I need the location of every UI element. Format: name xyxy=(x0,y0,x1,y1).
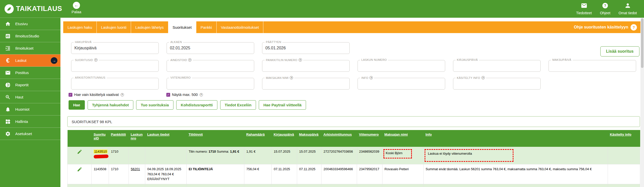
col-maksajan-nimi[interactable]: Maksajan nimi xyxy=(382,130,424,147)
cell-suoritusid: 1143484 xyxy=(92,184,109,187)
search-button[interactable]: Hae xyxy=(69,100,85,110)
field-arkistointitunnus[interactable]: ARKISTOINTITUNNUS xyxy=(71,78,159,90)
tab-laskujen-haku[interactable]: Laskujen haku xyxy=(63,21,97,33)
checkbox-row: Hae vain käsittelyä vaativat Näytä max. … xyxy=(69,93,640,97)
main-content: Laskujen haku Laskujen luonti Laskujen l… xyxy=(60,18,640,187)
field-label: ARKISTOINTITUNNUS xyxy=(74,76,107,79)
col-kasitelty-info[interactable]: Käsitelty info xyxy=(608,130,640,147)
field-label: SUORITUSID xyxy=(74,58,99,62)
vertical-scrollbar[interactable] xyxy=(640,18,644,187)
col-viitenumero[interactable]: Viitenumero xyxy=(357,130,382,147)
sidebar-item-raportit[interactable]: Raportit xyxy=(0,79,60,91)
cell-laskun-nro: 56160 xyxy=(129,184,145,187)
sidebar-item-hallinta[interactable]: Hallinta xyxy=(0,116,60,128)
svg-text:?: ? xyxy=(604,4,606,8)
col-laskun-nro[interactable]: Laskun nro xyxy=(129,130,145,147)
field-label: MAKSUPÄIVÄ xyxy=(551,58,573,61)
sidebar-item-label: IlmoitusStudio xyxy=(15,34,39,38)
sidebar-item-ilmoitukset[interactable]: Ilmoitukset xyxy=(0,42,60,54)
col-tilioinnit[interactable]: Tiliöinnit xyxy=(187,130,244,147)
back-label: Palaa xyxy=(67,10,86,14)
tab-laskujen-luonti[interactable]: Laskujen luonti xyxy=(97,21,131,33)
sidebar-item-haut[interactable]: Haut xyxy=(0,91,60,103)
export-excel-button[interactable]: Tiedot Exceliin xyxy=(220,100,256,110)
search-paytrail-button[interactable]: Hae Paytrail viitteellä xyxy=(259,100,306,110)
sidebar-item-postitus[interactable]: Postitus xyxy=(0,67,60,79)
cell-arkistointitunnus: 2004633349596466 xyxy=(321,164,357,184)
tab-suoritukset[interactable]: Suoritukset xyxy=(168,21,196,33)
back-button[interactable]: Palaa xyxy=(67,2,86,14)
invoice-link[interactable]: 56201 xyxy=(131,167,140,171)
sidebar-item-asetukset[interactable]: Asetukset xyxy=(0,128,60,140)
col-pankkitili[interactable]: Pankkitili xyxy=(109,130,129,147)
cell-kasitelty-info xyxy=(608,164,640,184)
widgets-icon xyxy=(5,119,11,124)
edit-icon[interactable] xyxy=(77,169,82,173)
cell-rahamaara: 1,91 € xyxy=(244,147,272,164)
header-action-ohjeet[interactable]: ? Ohjeet xyxy=(600,2,610,15)
col-info[interactable]: Info xyxy=(424,130,608,147)
tab-pankki[interactable]: Pankki xyxy=(196,21,217,33)
question-icon: ? xyxy=(602,2,608,10)
header-action-tiedotteet[interactable]: Tiedotteet xyxy=(576,2,592,15)
field-hakupaiva[interactable]: HAKUPÄIVÄ Kirjauspäivä xyxy=(71,42,159,54)
sidebar-item-label: Asetukset xyxy=(15,132,32,136)
col-arkistointitunnus[interactable]: Arkistointitunnus xyxy=(321,130,357,147)
col-rahamaara[interactable]: Rahamäärä xyxy=(244,130,272,147)
field-maksupaiva[interactable]: MAKSUPÄIVÄ xyxy=(549,60,636,72)
cell-pankkitili: 1710 xyxy=(109,147,129,164)
scrollbar-thumb[interactable] xyxy=(641,18,643,68)
news-icon xyxy=(5,33,11,39)
field-alkaen[interactable]: ALKAEN 02.01.2025 xyxy=(167,42,254,54)
cell-edit xyxy=(68,184,92,187)
field-paattyen[interactable]: PÄÄTTYEN 05.01.2026 xyxy=(262,42,350,54)
field-laskun-numero[interactable]: LASKUN NUMERO xyxy=(358,60,445,72)
app-logo: TAIKATILAUS xyxy=(5,4,62,13)
edit-icon[interactable] xyxy=(77,151,82,155)
field-kirjauspaiva[interactable]: KIRJAUSPÄIVÄ xyxy=(453,60,541,72)
field-viitenumero[interactable]: VIITENUMERO xyxy=(167,78,254,90)
allocation-report-button[interactable]: Kohdistusraportti xyxy=(176,100,217,110)
euro-icon xyxy=(5,57,11,64)
help-question-icon xyxy=(631,24,637,31)
sidebar-item-ilmoitusstudio[interactable]: IlmoitusStudio xyxy=(0,30,60,42)
col-kirjauspaiva[interactable]: Kirjauspäivä xyxy=(272,130,297,147)
sidebar-item-label: Etusivu xyxy=(15,22,28,26)
clear-filters-button[interactable]: Tyhjennä hakuehdot xyxy=(88,100,134,110)
field-suoritusid[interactable]: SUORITUSID xyxy=(71,60,159,72)
import-payments-button[interactable]: Tuo suorituksia xyxy=(136,100,173,110)
header-action-omat-tiedot[interactable]: Omat tiedot xyxy=(619,2,637,15)
cell-maksajan-nimi: Kyrönlahti Janina xyxy=(382,184,424,187)
cell-kirjauspaiva: 07.11.2025 xyxy=(272,164,297,184)
field-maksajan-nimi[interactable]: MAKSAJAN NIMI xyxy=(262,78,350,90)
field-info[interactable]: INFO xyxy=(358,78,445,90)
help-link-label: Ohje suoritusten käsittelyyn xyxy=(574,25,628,30)
checkbox-hae-vain-kasittelya-vaativat[interactable]: Hae vain käsittelyä vaativat xyxy=(69,93,166,97)
tab-laskujen-lahetys[interactable]: Laskujen lähetys xyxy=(131,21,168,33)
col-suoritusid[interactable]: SuoritusID xyxy=(92,130,109,147)
field-kasitelty-info[interactable]: KÄSITELTY INFO xyxy=(453,78,541,90)
sidebar-item-huomiot[interactable]: Huomiot xyxy=(0,103,60,116)
field-pankkitilin-numero[interactable]: PANKKITILIN NUMERO xyxy=(262,60,350,72)
add-payment-button[interactable]: Lisää suoritus xyxy=(600,46,639,56)
field-aineistoid[interactable]: AINEISTOID xyxy=(167,60,254,72)
results-count-panel: SUORITUKSET 98 KPL xyxy=(67,116,640,127)
checkbox-nayta-max-500[interactable]: Näytä max. 500 xyxy=(166,93,203,97)
tab-vastaanottoilmoitukset[interactable]: Vastaanottoilmoitukset xyxy=(217,21,264,33)
cell-info: Summat eivät täsmää. Laskun 56201 summa … xyxy=(424,164,608,184)
search-section: Lisää suoritus HAKUPÄIVÄ Kirjauspäivä AL… xyxy=(60,42,640,187)
sidebar-item-laskut[interactable]: Laskut xyxy=(0,54,60,67)
col-maksupaiva[interactable]: Maksupäivä xyxy=(297,130,321,147)
col-laskun-tiedot[interactable]: Laskun tiedot xyxy=(145,130,187,147)
sidebar-item-label: Huomiot xyxy=(15,107,29,111)
cell-arkistointitunnus: 2727202764703656 xyxy=(321,147,357,164)
col-edit xyxy=(68,130,92,147)
cell-kasitelty-info xyxy=(608,184,640,187)
payments-table-body: 1143510 1710 Tilin numero: 1710 Summa: 1… xyxy=(68,147,640,187)
cell-maksupaiva: 22.09.2025 xyxy=(297,184,321,187)
expand-arrow-icon[interactable] xyxy=(51,57,57,64)
field-label: VIITENUMERO xyxy=(169,76,192,79)
highlighted-id: 1143510 xyxy=(94,149,108,158)
help-link[interactable]: Ohje suoritusten käsittelyyn xyxy=(574,21,640,33)
sidebar-item-etusivu[interactable]: Etusivu xyxy=(0,18,60,30)
